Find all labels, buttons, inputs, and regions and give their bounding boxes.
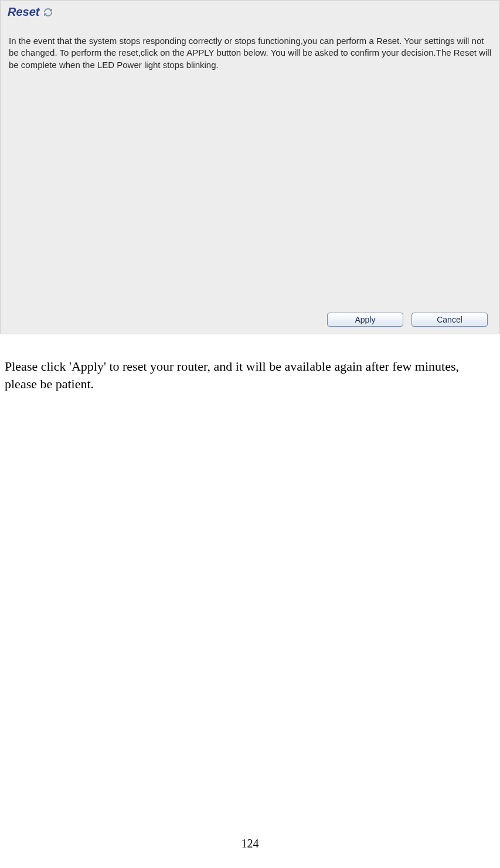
instruction-text: Please click 'Apply' to reset your route…	[0, 334, 500, 392]
panel-body-text: In the event that the system stops respo…	[1, 21, 499, 77]
page-number: 124	[0, 837, 500, 850]
panel-title: Reset	[8, 5, 39, 19]
apply-button[interactable]: Apply	[327, 313, 403, 327]
cancel-button[interactable]: Cancel	[411, 313, 488, 327]
panel-header: Reset	[1, 1, 499, 21]
button-bar: Apply Cancel	[327, 313, 488, 327]
reset-panel: Reset In the event that the system stops…	[0, 0, 500, 334]
refresh-icon	[43, 7, 53, 18]
